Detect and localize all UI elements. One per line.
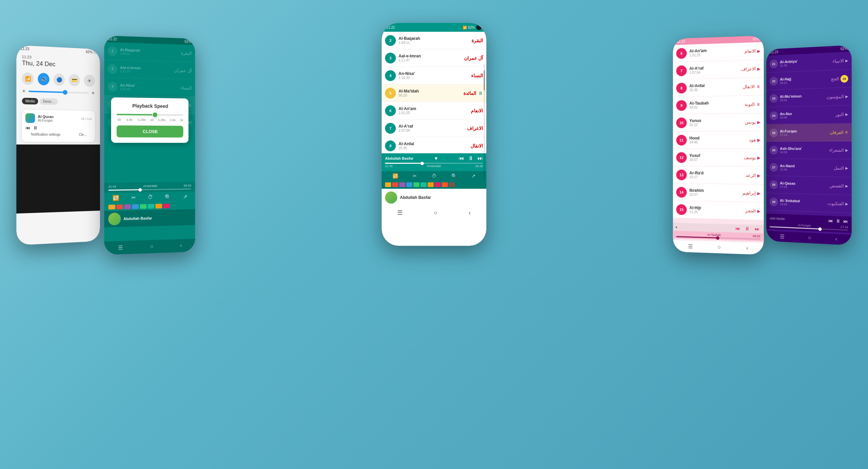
nav-menu-icon[interactable]: ☰ — [118, 244, 123, 251]
color-chip[interactable] — [124, 204, 131, 209]
pink-thumb[interactable] — [716, 236, 719, 240]
list-item[interactable]: 4 An-Nisa' 1:15:33 النساء — [104, 78, 195, 97]
list-item[interactable]: 8 Al-Anfal 25:35 الانفال — [382, 137, 486, 153]
list-item[interactable]: 24 An-Nur 26:08 النور ▶ — [766, 105, 852, 124]
play-icon[interactable]: ▶ — [845, 166, 848, 170]
prev-btn[interactable]: ⏮ — [828, 218, 833, 224]
teal-progress-thumb[interactable] — [138, 188, 142, 191]
list-item[interactable]: 15 Al-Hijr 11:25 الحجر ▶ — [673, 201, 764, 220]
nav-back-icon[interactable]: ‹ — [835, 236, 837, 243]
expand-icon[interactable]: ▲ — [675, 225, 678, 229]
color-chip[interactable] — [148, 204, 154, 209]
list-item[interactable]: 23 Al-Mu'minun 20:01 المؤمنون ▶ — [766, 87, 852, 107]
repeat-icon[interactable]: 🔁 — [112, 194, 119, 201]
list-item[interactable]: 3 Aal-e-Imran 1:11:47 آل عمران — [382, 49, 486, 67]
nav-home-icon[interactable]: ○ — [718, 244, 721, 251]
bluetooth-btn[interactable]: 🔵 — [53, 73, 65, 86]
color-chip[interactable] — [392, 182, 398, 187]
list-item[interactable]: 2 Al-Baqarah 1:59:11 البقرة — [104, 42, 195, 62]
list-item[interactable]: 29 Al-'Ankabut 18:45 العنكبوت ▶ — [766, 193, 852, 213]
pause-icon[interactable]: ⏸ — [756, 102, 760, 107]
nav-menu-icon[interactable]: ☰ — [688, 243, 693, 250]
dropdown-icon[interactable]: ▼ — [434, 156, 438, 161]
wifi-btn[interactable]: 📶 — [22, 72, 34, 85]
clear-btn[interactable]: Cle... — [79, 133, 86, 136]
play-icon[interactable]: ▶ — [845, 202, 848, 206]
next-btn[interactable]: ⏭ — [843, 218, 848, 224]
next-btn[interactable]: ⏭ — [755, 226, 760, 232]
list-item[interactable]: 9 At-Taubah 49:02 التوبة ⏸ — [673, 96, 764, 114]
play-pause-btn[interactable]: ⏸ — [468, 155, 474, 161]
list-item[interactable]: 10 Yunus 32:22 يونس ▶ — [673, 113, 764, 132]
play-icon[interactable]: ▶ — [757, 155, 760, 160]
color-chip[interactable] — [435, 182, 441, 187]
list-item[interactable]: 21 Al-Anbiya' 21:35 الانبياء ▶ — [766, 52, 852, 73]
list-item[interactable]: 6 Al-An'am 1:01:25 الانعام ▶ — [673, 42, 764, 62]
list-item[interactable]: 3 Aal-e-Imran 1:11:47 آل عمران — [104, 60, 195, 80]
play-icon[interactable]: ▶ — [845, 112, 848, 116]
pause-icon[interactable]: ⏸ — [33, 125, 38, 130]
list-item-active[interactable]: 25 Al-Furqan 17:14 الفرقان ⏸ — [766, 124, 852, 142]
sound-btn[interactable]: 🔊 — [38, 73, 49, 85]
nav-home-icon[interactable]: ○ — [150, 243, 153, 250]
play-icon[interactable]: ▶ — [757, 209, 760, 213]
play-icon[interactable]: ▶ — [757, 66, 760, 71]
nav-back-icon[interactable]: ‹ — [746, 245, 748, 252]
pause-btn[interactable]: ⏸ — [836, 218, 840, 224]
share-icon[interactable]: ↗ — [183, 193, 187, 200]
play-icon[interactable]: ▶ — [845, 59, 848, 63]
repeat-icon[interactable]: 🔁 — [392, 173, 398, 179]
share-btn[interactable]: ↗ — [471, 173, 476, 179]
list-item[interactable]: 12 Yusuf 33:57 يوسف ▶ — [673, 149, 764, 167]
play-icon[interactable]: ▶ — [757, 173, 760, 178]
pause-btn[interactable]: ⏸ — [745, 226, 750, 232]
list-item[interactable]: 11 Hood 34:40 هود ▶ — [673, 131, 764, 149]
color-chip[interactable] — [108, 205, 115, 210]
color-chip[interactable] — [155, 204, 162, 208]
close-playback-btn[interactable]: CLOSE — [117, 125, 183, 137]
play-icon[interactable]: ▶ — [757, 191, 760, 196]
notif-settings-text[interactable]: Notification settings — [31, 132, 60, 136]
airplane-btn[interactable]: ✈ — [84, 75, 95, 87]
prev-btn[interactable]: ⏮ — [735, 226, 740, 231]
color-chip[interactable] — [140, 204, 147, 209]
nav-home-icon[interactable]: ○ — [808, 235, 811, 241]
color-chip[interactable] — [420, 182, 427, 187]
nav-back-icon[interactable]: ‹ — [469, 209, 471, 216]
pause-icon[interactable]: ⏸ — [756, 84, 760, 89]
list-item[interactable]: 26 Ash-Shu'ara' 24:33 الشعراء ▶ — [766, 141, 852, 159]
play-icon[interactable]: ▶ — [757, 120, 760, 124]
list-item[interactable]: 22 Al-Hajj 25:21 الحج 26 — [766, 70, 852, 90]
play-icon[interactable]: ▶ — [757, 49, 760, 53]
nfc-btn[interactable]: 💳 — [69, 74, 80, 86]
list-item[interactable]: 6 Al-An'am 1:01:25 الانعام — [382, 102, 486, 120]
nav-back-icon[interactable]: ‹ — [180, 242, 182, 249]
nav-menu-icon[interactable]: ☰ — [780, 233, 784, 240]
brightness-thumb[interactable] — [63, 90, 68, 95]
play-icon[interactable]: ▶ — [845, 184, 848, 188]
color-chip[interactable] — [449, 182, 455, 187]
color-chip[interactable] — [442, 182, 448, 187]
list-item-active[interactable]: 5 Al-Ma'idah 56:20 المائدة ⏸ — [382, 84, 486, 102]
list-item[interactable]: 7 Al-A'raf 1:07:04 الاعراف ▶ — [673, 60, 764, 80]
color-chip[interactable] — [406, 182, 412, 187]
scissors-icon[interactable]: ✂ — [131, 194, 136, 201]
play-icon[interactable]: ▶ — [845, 95, 848, 98]
purple-thumb[interactable] — [818, 227, 822, 231]
color-chip[interactable] — [399, 182, 405, 187]
timer-icon[interactable]: ⏱ — [148, 194, 153, 201]
color-chip[interactable] — [116, 205, 123, 210]
tab-media[interactable]: Media — [22, 98, 38, 104]
next-track-btn[interactable]: ⏭ — [478, 155, 483, 161]
list-item[interactable]: 28 Al-Qasas 27:03 القصص ▶ — [766, 176, 852, 195]
color-chip[interactable] — [428, 182, 434, 187]
list-item[interactable]: 14 Ibrahim 16:37 إبراهيم ▶ — [673, 183, 764, 202]
prev-icon[interactable]: ⏮ — [25, 125, 30, 130]
list-item-active[interactable]: 8 Al-Anfal 25:35 الانفال ⏸ — [673, 78, 764, 97]
list-item[interactable]: 4 An-Nisa' 1:15:33 النساء — [382, 67, 486, 84]
color-chip[interactable] — [413, 182, 419, 187]
nav-menu-icon[interactable]: ☰ — [397, 209, 403, 216]
tab-device[interactable]: Devic... — [40, 98, 57, 105]
timer-icon[interactable]: ⏱ — [432, 173, 436, 179]
pause-icon[interactable]: ⏸ — [845, 130, 848, 134]
